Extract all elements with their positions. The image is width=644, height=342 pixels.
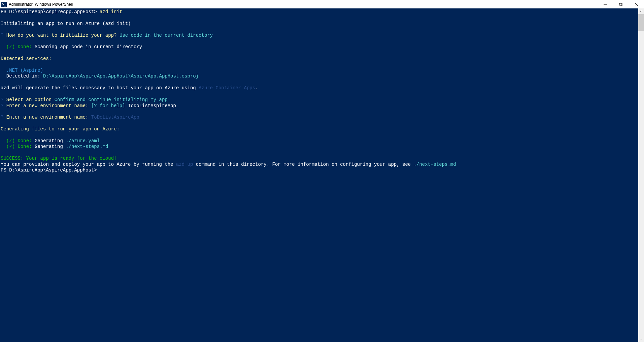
question-env1: ? Enter a new environment name: [? for h… [1,103,176,108]
generate-line: azd will generate the files necessary to… [1,85,258,91]
question-init: ? How do you want to initialize your app… [1,33,213,38]
done-scan: (✓) Done: Scanning app code in current d… [1,44,142,50]
scrollbar-track[interactable] [638,8,644,342]
dotnet-aspire: .NET (Aspire) [1,68,43,73]
detected-in: Detected in: D:\AspireApp\AspireApp.AppH… [1,73,199,79]
svg-rect-2 [620,3,622,5]
minimize-button[interactable] [598,0,613,8]
close-button[interactable] [629,0,644,8]
window-title: Administrator: Windows PowerShell [9,2,73,7]
terminal-output[interactable]: PS D:\AspireApp\AspireApp.AppHost> azd i… [0,8,638,342]
window-controls [598,0,644,8]
scrollbar-thumb[interactable] [638,14,644,31]
svg-rect-1 [619,3,622,6]
detected-services-label: Detected services: [1,56,52,61]
done-gen2: (✓) Done: Generating ./next-steps.md [1,144,108,149]
terminal-container: PS D:\AspireApp\AspireApp.AppHost> azd i… [0,8,644,342]
done-gen1: (✓) Done: Generating ./azure.yaml [1,138,100,144]
question-env2: ? Enter a new environment name: ToDoList… [1,115,139,120]
scrollbar-up-icon[interactable] [638,8,644,14]
init-line: Initializing an app to run on Azure (azd… [1,21,131,26]
titlebar-left: >_ Administrator: Windows PowerShell [1,2,73,7]
footer-line: You can provision and deploy your app to… [1,162,456,167]
maximize-button[interactable] [613,0,629,8]
powershell-icon: >_ [1,2,7,7]
prompt-line: PS D:\AspireApp\AspireApp.AppHost> azd i… [1,9,122,14]
question-select: ? Select an option Confirm and continue … [1,97,168,102]
window-titlebar: >_ Administrator: Windows PowerShell [0,0,644,8]
prompt-line-2: PS D:\AspireApp\AspireApp.AppHost> [1,167,97,173]
success-line: SUCCESS: Your app is ready for the cloud… [1,156,116,161]
scrollbar-down-icon[interactable] [638,336,644,342]
generating-files-label: Generating files to run your app on Azur… [1,126,120,132]
